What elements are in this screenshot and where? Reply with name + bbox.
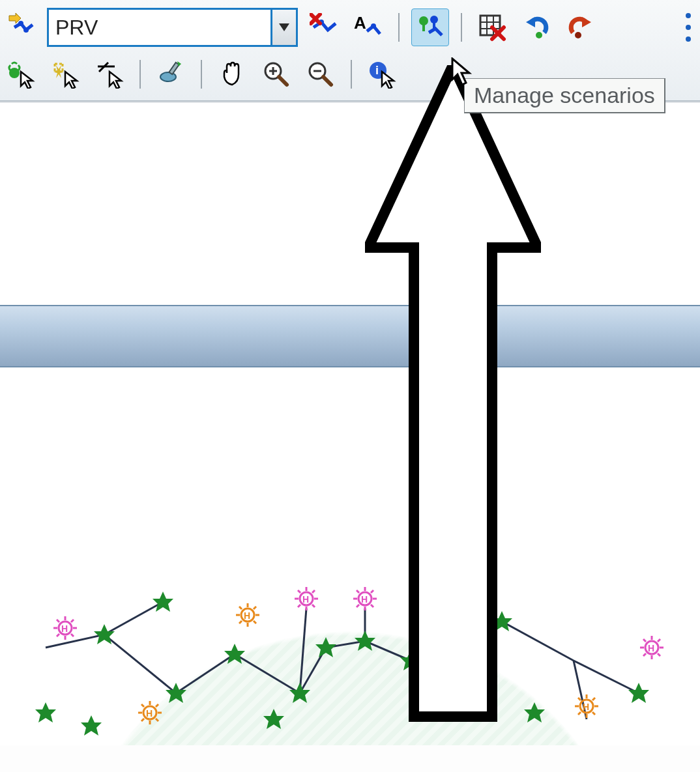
manage-scenarios-icon <box>416 13 445 42</box>
undo-icon <box>522 13 551 42</box>
element-type-input[interactable] <box>49 10 270 45</box>
svg-point-0 <box>18 21 23 26</box>
zoom-in-button[interactable] <box>258 56 295 93</box>
kebab-dot-icon <box>686 36 691 42</box>
svg-point-1 <box>23 27 29 33</box>
network-map-svg: H H <box>0 563 700 745</box>
select-path-icon <box>95 60 124 89</box>
undo-button[interactable] <box>518 9 555 46</box>
select-object-icon <box>7 60 35 89</box>
delete-node-button[interactable] <box>306 9 342 46</box>
select-area-icon <box>51 60 80 89</box>
kebab-dot-icon <box>686 13 691 18</box>
select-object-button[interactable] <box>3 56 39 93</box>
toolbar-row-1: A <box>3 4 697 51</box>
toolbar-overflow-button[interactable] <box>679 9 697 46</box>
info-button[interactable]: i <box>364 56 400 93</box>
svg-point-23 <box>160 72 176 81</box>
pan-hand-icon <box>218 60 246 89</box>
edit-button[interactable] <box>153 56 189 93</box>
content-blank-lower <box>0 367 700 563</box>
toolbar-separator <box>201 60 202 89</box>
svg-rect-7 <box>422 25 425 31</box>
pan-button[interactable] <box>214 56 250 93</box>
manage-scenarios-button[interactable] <box>411 8 449 46</box>
svg-marker-2 <box>279 23 289 31</box>
combo-dropdown-button[interactable] <box>270 10 296 45</box>
chevron-down-icon <box>279 23 289 31</box>
toolbar-separator <box>461 13 462 42</box>
zoom-in-icon <box>262 60 291 89</box>
tooltip: Manage scenarios <box>464 78 665 113</box>
svg-text:i: i <box>375 64 379 77</box>
label-node-button[interactable]: A <box>350 9 386 46</box>
redo-button[interactable] <box>562 9 599 46</box>
select-path-button[interactable] <box>91 56 128 93</box>
svg-line-27 <box>279 77 287 85</box>
info-icon: i <box>368 60 396 89</box>
svg-marker-20 <box>53 65 64 78</box>
zoom-out-button[interactable] <box>302 56 339 93</box>
panel-title-bar[interactable] <box>0 305 700 367</box>
svg-point-5 <box>371 23 376 29</box>
content-blank-upper <box>0 102 700 305</box>
label-node-icon: A <box>354 13 383 42</box>
zoom-out-icon <box>306 60 335 89</box>
edit-icon <box>156 60 185 89</box>
svg-point-16 <box>536 32 542 38</box>
select-area-button[interactable] <box>47 56 83 93</box>
svg-line-31 <box>323 77 331 85</box>
toolbar-separator <box>139 60 141 89</box>
svg-point-8 <box>430 16 438 23</box>
element-type-combo[interactable] <box>47 8 298 47</box>
delete-table-icon <box>478 13 506 42</box>
delete-node-icon <box>310 13 338 42</box>
svg-point-18 <box>575 32 581 38</box>
new-node-icon <box>7 13 35 42</box>
kebab-dot-icon <box>686 25 691 30</box>
svg-marker-17 <box>582 17 591 27</box>
redo-icon <box>566 13 595 42</box>
delete-table-button[interactable] <box>474 9 510 46</box>
svg-point-6 <box>419 16 428 25</box>
mouse-cursor-icon <box>451 57 477 89</box>
svg-rect-24 <box>169 63 179 74</box>
toolbar-separator <box>351 60 352 89</box>
network-map-view[interactable]: H H <box>0 563 700 745</box>
svg-marker-15 <box>526 17 535 27</box>
svg-text:A: A <box>354 13 366 33</box>
new-node-button[interactable] <box>3 9 39 46</box>
toolbar-separator <box>398 13 400 42</box>
